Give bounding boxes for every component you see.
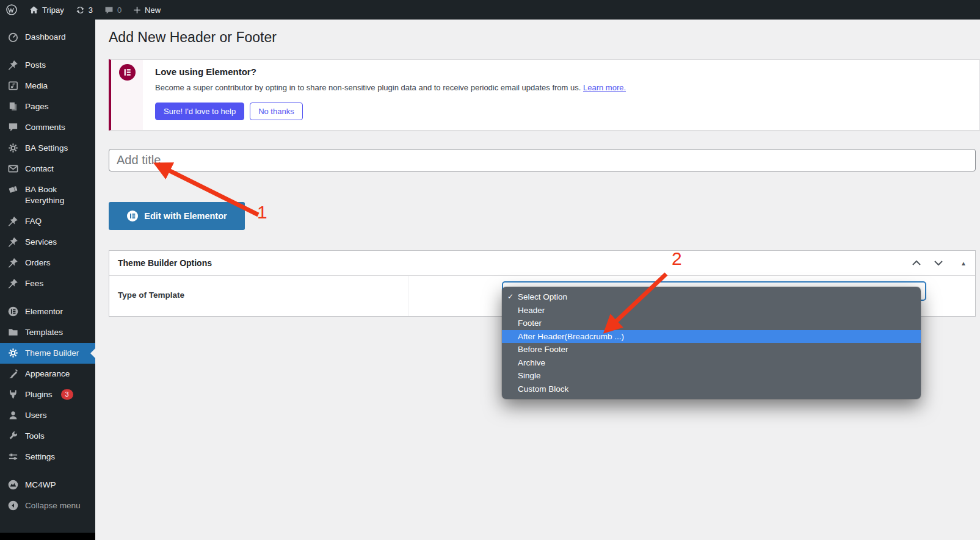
plug-icon xyxy=(7,389,19,400)
wordpress-admin-page: Tripay 3 0 New DashboardPostsMediaPagesC… xyxy=(0,0,980,540)
sidebar-item-label: BA Settings xyxy=(25,143,68,154)
sidebar-item-ba-book-everything[interactable]: BA Book Everything xyxy=(0,179,95,211)
sidebar-separator xyxy=(0,294,95,301)
elementor-button-icon xyxy=(126,210,139,222)
updates-count: 3 xyxy=(89,5,93,15)
title-input[interactable] xyxy=(109,149,976,171)
sidebar-item-pages[interactable]: Pages xyxy=(0,96,95,117)
dropdown-option[interactable]: ✓Select Option xyxy=(502,290,921,304)
sidebar-separator xyxy=(0,48,95,55)
page-title: Add New Header or Footer xyxy=(109,29,277,46)
dropdown-option-label: Header xyxy=(518,306,545,315)
sidebar-item-faq[interactable]: FAQ xyxy=(0,211,95,232)
sidebar-item-ba-settings[interactable]: BA Settings xyxy=(0,138,95,159)
elementor-logo-icon xyxy=(119,64,136,81)
sidebar-item-label: Media xyxy=(25,81,48,92)
dropdown-option-label: Before Footer xyxy=(518,345,568,354)
brush-icon xyxy=(7,368,19,380)
admin-bar: Tripay 3 0 New xyxy=(0,0,980,20)
gear-icon xyxy=(7,347,19,359)
sidebar-item-label: Users xyxy=(25,410,47,421)
dropdown-option[interactable]: Footer xyxy=(502,317,921,330)
sidebar-item-dashboard[interactable]: Dashboard xyxy=(0,27,95,48)
step-1-label: 1 xyxy=(257,202,267,223)
dropdown-option-label: Select Option xyxy=(518,292,567,301)
sidebar-item-posts[interactable]: Posts xyxy=(0,55,95,76)
mail-icon xyxy=(7,163,19,175)
sidebar-item-label: Services xyxy=(25,237,57,248)
comment-icon xyxy=(104,5,114,15)
dropdown-option[interactable]: Before Footer xyxy=(502,343,921,356)
toggle-panel-icon[interactable]: ▲ xyxy=(960,260,967,267)
checkmark-icon: ✓ xyxy=(507,290,514,304)
elementor-icon xyxy=(7,306,19,317)
pin-icon xyxy=(7,278,19,289)
sidebar-item-comments[interactable]: Comments xyxy=(0,117,95,138)
comments-menu[interactable]: 0 xyxy=(98,0,127,20)
dashboard-icon xyxy=(7,31,19,43)
new-menu[interactable]: New xyxy=(127,0,166,20)
comment-icon xyxy=(7,121,19,133)
pin-icon xyxy=(7,257,19,268)
edit-with-elementor-button[interactable]: Edit with Elementor xyxy=(109,202,245,230)
elementor-notice: Love using Elementor? Become a super con… xyxy=(109,59,980,131)
dropdown-option[interactable]: Single xyxy=(502,369,921,383)
sidebar-item-label: Tools xyxy=(25,431,45,442)
sidebar-item-contact[interactable]: Contact xyxy=(0,159,95,179)
sidebar-item-label: Theme Builder xyxy=(25,348,79,359)
accept-button[interactable]: Sure! I'd love to help xyxy=(155,103,244,120)
new-label: New xyxy=(145,5,161,15)
sidebar-item-label: Collapse menu xyxy=(25,500,81,511)
learn-more-link[interactable]: Learn more. xyxy=(583,83,626,92)
sidebar-item-label: Dashboard xyxy=(25,32,66,43)
sidebar-item-label: Settings xyxy=(25,452,55,463)
plus-icon xyxy=(132,5,142,15)
sidebar-item-collapse-menu[interactable]: Collapse menu xyxy=(0,495,95,516)
move-up-icon[interactable] xyxy=(912,259,921,267)
sidebar-item-label: Fees xyxy=(25,278,43,289)
admin-sidebar: DashboardPostsMediaPagesCommentsBA Setti… xyxy=(0,20,95,540)
sidebar-item-media[interactable]: Media xyxy=(0,76,95,96)
updates-menu[interactable]: 3 xyxy=(70,0,98,20)
decline-button[interactable]: No thanks xyxy=(250,103,303,120)
sidebar-item-mc4wp[interactable]: MC4WP xyxy=(0,475,95,495)
sidebar-item-elementor[interactable]: Elementor xyxy=(0,301,95,322)
sidebar-item-appearance[interactable]: Appearance xyxy=(0,364,95,384)
sidebar-item-services[interactable]: Services xyxy=(0,232,95,253)
dropdown-option[interactable]: Header xyxy=(502,304,921,317)
sidebar-item-label: Pages xyxy=(25,101,49,112)
sidebar-item-templates[interactable]: Templates xyxy=(0,322,95,343)
dropdown-option[interactable]: Custom Block xyxy=(502,383,921,396)
sidebar-item-label: Elementor xyxy=(25,306,63,317)
pin-icon xyxy=(7,215,19,227)
user-icon xyxy=(7,409,19,421)
dropdown-option-highlighted[interactable]: After Header(Breadcrumb ...) xyxy=(502,330,921,344)
updates-icon xyxy=(75,5,85,15)
site-name: Tripay xyxy=(42,5,64,15)
site-menu[interactable]: Tripay xyxy=(23,0,70,20)
sidebar-item-settings[interactable]: Settings xyxy=(0,447,95,467)
wordpress-logo-icon[interactable] xyxy=(0,0,23,20)
media-icon xyxy=(7,80,19,92)
dropdown-option[interactable]: Archive xyxy=(502,356,921,370)
move-down-icon[interactable] xyxy=(934,259,943,267)
sidebar-item-label: Appearance xyxy=(25,369,70,380)
sidebar-separator xyxy=(0,467,95,475)
ticket-icon xyxy=(7,184,19,195)
sidebar-bottom-strip xyxy=(0,533,95,540)
pin-icon xyxy=(7,59,19,71)
sidebar-item-tools[interactable]: Tools xyxy=(0,426,95,447)
sidebar-item-orders[interactable]: Orders xyxy=(0,253,95,273)
sliders-icon xyxy=(7,451,19,463)
sidebar-item-fees[interactable]: Fees xyxy=(0,273,95,294)
sidebar-item-plugins[interactable]: Plugins3 xyxy=(0,384,95,405)
wrench-icon xyxy=(7,430,19,442)
sidebar-item-label: Plugins xyxy=(25,389,53,400)
sidebar-item-theme-builder[interactable]: Theme Builder xyxy=(0,343,95,364)
comments-count: 0 xyxy=(117,5,122,15)
dropdown-option-label: Archive xyxy=(518,358,545,367)
sidebar-item-users[interactable]: Users xyxy=(0,405,95,426)
gear-icon xyxy=(7,142,19,154)
plugins-count-badge: 3 xyxy=(61,389,73,400)
sidebar-item-label: FAQ xyxy=(25,216,42,227)
